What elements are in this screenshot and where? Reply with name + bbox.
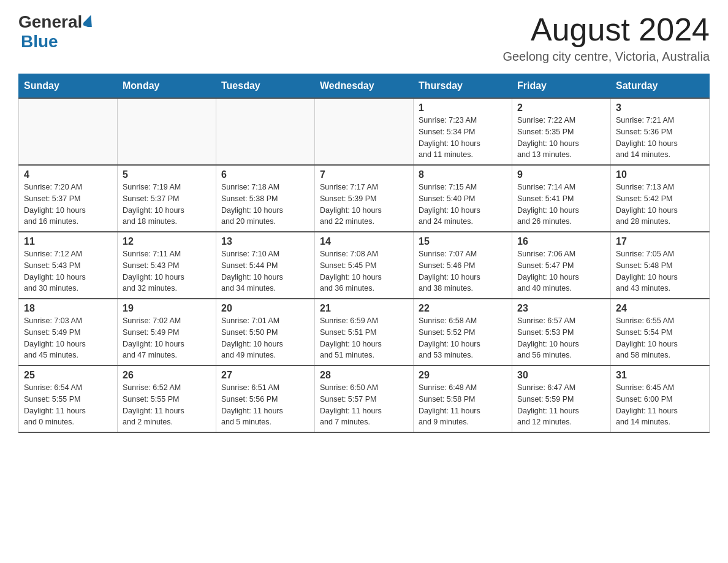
- logo-arrow-icon: [83, 15, 94, 29]
- calendar-cell: 5Sunrise: 7:19 AMSunset: 5:37 PMDaylight…: [118, 165, 216, 232]
- day-info: Sunrise: 7:12 AMSunset: 5:43 PMDaylight:…: [24, 248, 112, 294]
- day-number: 8: [419, 169, 507, 180]
- location-title: Geelong city centre, Victoria, Australia: [502, 50, 710, 64]
- day-info: Sunrise: 7:01 AMSunset: 5:50 PMDaylight:…: [221, 315, 309, 361]
- day-info: Sunrise: 7:08 AMSunset: 5:45 PMDaylight:…: [320, 248, 408, 294]
- day-info: Sunrise: 7:15 AMSunset: 5:40 PMDaylight:…: [419, 182, 507, 228]
- svg-marker-0: [83, 15, 94, 27]
- calendar-cell: [315, 98, 414, 165]
- day-number: 4: [24, 169, 112, 180]
- calendar-cell: 21Sunrise: 6:59 AMSunset: 5:51 PMDayligh…: [315, 299, 414, 366]
- calendar-cell: 29Sunrise: 6:48 AMSunset: 5:58 PMDayligh…: [414, 366, 512, 432]
- day-info: Sunrise: 7:11 AMSunset: 5:43 PMDaylight:…: [123, 248, 211, 294]
- calendar-cell: 20Sunrise: 7:01 AMSunset: 5:50 PMDayligh…: [216, 299, 315, 366]
- day-info: Sunrise: 7:06 AMSunset: 5:47 PMDaylight:…: [517, 248, 605, 294]
- header: General Blue August 2024 Geelong city ce…: [18, 12, 710, 64]
- day-number: 3: [616, 102, 704, 113]
- day-number: 21: [320, 303, 408, 314]
- day-info: Sunrise: 7:17 AMSunset: 5:39 PMDaylight:…: [320, 182, 408, 228]
- calendar-cell: 16Sunrise: 7:06 AMSunset: 5:47 PMDayligh…: [512, 232, 611, 299]
- day-number: 6: [221, 169, 309, 180]
- day-info: Sunrise: 7:18 AMSunset: 5:38 PMDaylight:…: [221, 182, 309, 228]
- day-number: 26: [123, 370, 211, 381]
- calendar-cell: 10Sunrise: 7:13 AMSunset: 5:42 PMDayligh…: [611, 165, 710, 232]
- day-info: Sunrise: 7:20 AMSunset: 5:37 PMDaylight:…: [24, 182, 112, 228]
- logo-blue-text: Blue: [21, 32, 58, 51]
- calendar-cell: 4Sunrise: 7:20 AMSunset: 5:37 PMDaylight…: [19, 165, 118, 232]
- day-number: 31: [616, 370, 704, 381]
- day-number: 24: [616, 303, 704, 314]
- calendar-cell: [19, 98, 118, 165]
- calendar-cell: 30Sunrise: 6:47 AMSunset: 5:59 PMDayligh…: [512, 366, 611, 432]
- calendar-week-3: 11Sunrise: 7:12 AMSunset: 5:43 PMDayligh…: [19, 232, 710, 299]
- calendar-week-5: 25Sunrise: 6:54 AMSunset: 5:55 PMDayligh…: [19, 366, 710, 432]
- calendar-header-monday: Monday: [118, 74, 216, 99]
- calendar: SundayMondayTuesdayWednesdayThursdayFrid…: [18, 74, 710, 433]
- calendar-week-4: 18Sunrise: 7:03 AMSunset: 5:49 PMDayligh…: [19, 299, 710, 366]
- calendar-cell: 15Sunrise: 7:07 AMSunset: 5:46 PMDayligh…: [414, 232, 512, 299]
- calendar-week-1: 1Sunrise: 7:23 AMSunset: 5:34 PMDaylight…: [19, 98, 710, 165]
- day-number: 20: [221, 303, 309, 314]
- calendar-cell: 9Sunrise: 7:14 AMSunset: 5:41 PMDaylight…: [512, 165, 611, 232]
- calendar-header-tuesday: Tuesday: [216, 74, 315, 99]
- calendar-cell: 3Sunrise: 7:21 AMSunset: 5:36 PMDaylight…: [611, 98, 710, 165]
- calendar-cell: 11Sunrise: 7:12 AMSunset: 5:43 PMDayligh…: [19, 232, 118, 299]
- calendar-cell: 2Sunrise: 7:22 AMSunset: 5:35 PMDaylight…: [512, 98, 611, 165]
- calendar-cell: 18Sunrise: 7:03 AMSunset: 5:49 PMDayligh…: [19, 299, 118, 366]
- day-number: 10: [616, 169, 704, 180]
- calendar-cell: 7Sunrise: 7:17 AMSunset: 5:39 PMDaylight…: [315, 165, 414, 232]
- day-number: 27: [221, 370, 309, 381]
- calendar-cell: [216, 98, 315, 165]
- calendar-cell: 6Sunrise: 7:18 AMSunset: 5:38 PMDaylight…: [216, 165, 315, 232]
- day-number: 12: [123, 236, 211, 247]
- day-number: 5: [123, 169, 211, 180]
- day-info: Sunrise: 6:54 AMSunset: 5:55 PMDaylight:…: [24, 382, 112, 428]
- day-info: Sunrise: 7:13 AMSunset: 5:42 PMDaylight:…: [616, 182, 704, 228]
- calendar-cell: 27Sunrise: 6:51 AMSunset: 5:56 PMDayligh…: [216, 366, 315, 432]
- calendar-cell: 1Sunrise: 7:23 AMSunset: 5:34 PMDaylight…: [414, 98, 512, 165]
- day-info: Sunrise: 6:58 AMSunset: 5:52 PMDaylight:…: [419, 315, 507, 361]
- month-title: August 2024: [502, 12, 710, 47]
- day-info: Sunrise: 6:55 AMSunset: 5:54 PMDaylight:…: [616, 315, 704, 361]
- day-info: Sunrise: 6:57 AMSunset: 5:53 PMDaylight:…: [517, 315, 605, 361]
- day-info: Sunrise: 7:21 AMSunset: 5:36 PMDaylight:…: [616, 115, 704, 161]
- logo-general-text: General: [18, 12, 82, 32]
- calendar-cell: 23Sunrise: 6:57 AMSunset: 5:53 PMDayligh…: [512, 299, 611, 366]
- calendar-header-wednesday: Wednesday: [315, 74, 414, 99]
- calendar-cell: [118, 98, 216, 165]
- day-number: 18: [24, 303, 112, 314]
- day-info: Sunrise: 6:45 AMSunset: 6:00 PMDaylight:…: [616, 382, 704, 428]
- day-number: 16: [517, 236, 605, 247]
- day-info: Sunrise: 7:22 AMSunset: 5:35 PMDaylight:…: [517, 115, 605, 161]
- day-number: 11: [24, 236, 112, 247]
- calendar-cell: 28Sunrise: 6:50 AMSunset: 5:57 PMDayligh…: [315, 366, 414, 432]
- day-info: Sunrise: 6:50 AMSunset: 5:57 PMDaylight:…: [320, 382, 408, 428]
- calendar-cell: 31Sunrise: 6:45 AMSunset: 6:00 PMDayligh…: [611, 366, 710, 432]
- day-number: 17: [616, 236, 704, 247]
- calendar-cell: 19Sunrise: 7:02 AMSunset: 5:49 PMDayligh…: [118, 299, 216, 366]
- day-number: 7: [320, 169, 408, 180]
- calendar-cell: 17Sunrise: 7:05 AMSunset: 5:48 PMDayligh…: [611, 232, 710, 299]
- day-number: 29: [419, 370, 507, 381]
- calendar-header-thursday: Thursday: [414, 74, 512, 99]
- day-info: Sunrise: 6:52 AMSunset: 5:55 PMDaylight:…: [123, 382, 211, 428]
- day-number: 13: [221, 236, 309, 247]
- calendar-cell: 22Sunrise: 6:58 AMSunset: 5:52 PMDayligh…: [414, 299, 512, 366]
- calendar-header-saturday: Saturday: [611, 74, 710, 99]
- calendar-cell: 14Sunrise: 7:08 AMSunset: 5:45 PMDayligh…: [315, 232, 414, 299]
- day-info: Sunrise: 6:59 AMSunset: 5:51 PMDaylight:…: [320, 315, 408, 361]
- day-info: Sunrise: 6:47 AMSunset: 5:59 PMDaylight:…: [517, 382, 605, 428]
- day-number: 22: [419, 303, 507, 314]
- calendar-header-friday: Friday: [512, 74, 611, 99]
- day-info: Sunrise: 7:23 AMSunset: 5:34 PMDaylight:…: [419, 115, 507, 161]
- day-info: Sunrise: 7:03 AMSunset: 5:49 PMDaylight:…: [24, 315, 112, 361]
- day-number: 2: [517, 102, 605, 113]
- day-number: 14: [320, 236, 408, 247]
- day-number: 1: [419, 102, 507, 113]
- calendar-header-row: SundayMondayTuesdayWednesdayThursdayFrid…: [19, 74, 710, 99]
- day-number: 23: [517, 303, 605, 314]
- calendar-week-2: 4Sunrise: 7:20 AMSunset: 5:37 PMDaylight…: [19, 165, 710, 232]
- day-number: 9: [517, 169, 605, 180]
- day-info: Sunrise: 7:14 AMSunset: 5:41 PMDaylight:…: [517, 182, 605, 228]
- calendar-cell: 24Sunrise: 6:55 AMSunset: 5:54 PMDayligh…: [611, 299, 710, 366]
